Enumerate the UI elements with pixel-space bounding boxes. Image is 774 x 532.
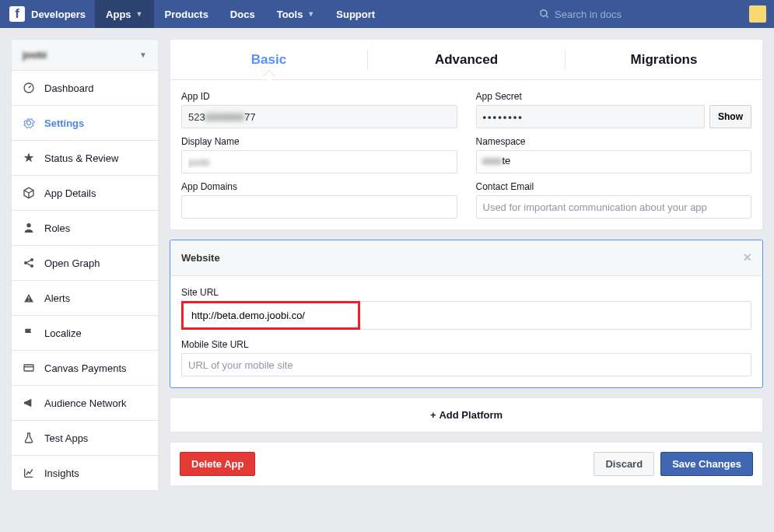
discard-button[interactable]: Discard [594, 452, 654, 476]
tab-migrations[interactable]: Migrations [566, 40, 762, 79]
sidebar-item-audience-network[interactable]: Audience Network [12, 386, 158, 421]
app-domains-label: App Domains [181, 181, 457, 192]
sidebar-item-label: Canvas Payments [44, 362, 127, 374]
svg-line-9 [26, 264, 30, 266]
mobile-site-url-label: Mobile Site URL [181, 339, 751, 350]
megaphone-icon [23, 397, 35, 409]
warning-icon [23, 292, 35, 304]
app-selector[interactable]: joobi ▼ [12, 40, 158, 71]
field-app-secret: App Secret •••••••• Show [476, 91, 752, 128]
flask-icon [23, 432, 35, 444]
sidebar-item-label: Localize [44, 327, 82, 339]
app-id-value: 523000000077 [181, 105, 457, 128]
namespace-label: Namespace [476, 136, 752, 147]
search-input[interactable] [555, 9, 710, 20]
field-namespace: Namespace xxxxte [476, 136, 752, 173]
plus-icon: + [430, 409, 436, 421]
top-nav: f Developers Apps ▼ Products Docs Tools … [0, 0, 774, 28]
field-app-domains: App Domains [181, 181, 457, 219]
chart-icon [23, 467, 35, 479]
display-name-input[interactable] [181, 150, 457, 173]
sidebar-item-label: Roles [44, 222, 70, 234]
sidebar-item-test-apps[interactable]: Test Apps [12, 421, 158, 456]
app-secret-label: App Secret [476, 91, 752, 102]
chevron-down-icon: ▼ [136, 10, 143, 18]
website-platform-card: Website × Site URL Mobile Site URL [170, 240, 763, 388]
show-secret-button[interactable]: Show [709, 105, 751, 128]
brand-label: Developers [31, 9, 86, 20]
close-icon[interactable]: × [743, 250, 751, 266]
basic-settings-card: Basic Advanced Migrations App ID 5230000… [170, 39, 763, 230]
footer-actions: Delete App Discard Save Changes [170, 442, 763, 486]
field-app-id: App ID 523000000077 [181, 91, 457, 128]
save-changes-button[interactable]: Save Changes [660, 452, 753, 476]
person-icon [23, 222, 35, 234]
sidebar-item-canvas-payments[interactable]: Canvas Payments [12, 351, 158, 386]
sidebar-item-localize[interactable]: Localize [12, 316, 158, 351]
facebook-logo-icon: f [9, 6, 25, 22]
sidebar-item-roles[interactable]: Roles [12, 211, 158, 246]
sidebar-item-label: Status & Review [44, 152, 118, 164]
brand[interactable]: f Developers [0, 0, 95, 28]
sidebar-item-app-details[interactable]: App Details [12, 176, 158, 211]
sidebar-item-alerts[interactable]: Alerts [12, 281, 158, 316]
nav-tools[interactable]: Tools ▼ [266, 0, 326, 28]
sidebar-item-label: Dashboard [44, 82, 94, 94]
flag-icon [23, 327, 35, 339]
svg-rect-10 [24, 365, 33, 371]
svg-line-3 [29, 86, 31, 88]
app-domains-input[interactable] [181, 195, 457, 219]
sidebar-item-label: Alerts [44, 292, 70, 304]
search-box[interactable] [531, 0, 741, 28]
tab-basic[interactable]: Basic [170, 40, 367, 79]
site-url-input[interactable] [185, 305, 356, 326]
delete-app-button[interactable]: Delete App [180, 452, 255, 476]
speedometer-icon [23, 82, 35, 94]
nav-docs[interactable]: Docs [219, 0, 266, 28]
site-url-field [181, 301, 751, 330]
display-name-label: Display Name [181, 136, 457, 147]
sidebar-item-label: Audience Network [44, 397, 127, 409]
sidebar-item-label: Open Graph [44, 257, 100, 269]
card-icon [23, 362, 35, 374]
tab-advanced[interactable]: Advanced [368, 40, 565, 79]
nav-apps[interactable]: Apps ▼ [95, 0, 153, 28]
star-icon [23, 152, 35, 164]
cube-icon [23, 187, 35, 199]
namespace-input[interactable] [476, 150, 752, 173]
settings-tabs: Basic Advanced Migrations [170, 40, 762, 80]
field-contact-email: Contact Email [476, 181, 752, 219]
app-id-label: App ID [181, 91, 457, 102]
svg-line-1 [546, 16, 548, 18]
field-display-name: Display Name [181, 136, 457, 173]
chevron-down-icon: ▼ [139, 51, 147, 59]
chevron-down-icon: ▼ [307, 10, 314, 18]
sidebar-item-label: Settings [44, 117, 84, 129]
sidebar-item-settings[interactable]: Settings [12, 106, 158, 141]
svg-point-0 [541, 10, 547, 16]
sidebar-item-insights[interactable]: Insights [12, 456, 158, 490]
sidebar-item-open-graph[interactable]: Open Graph [12, 246, 158, 281]
site-url-label: Site URL [181, 287, 751, 298]
contact-email-input[interactable] [476, 195, 752, 219]
search-icon [539, 9, 550, 19]
nav-products[interactable]: Products [154, 0, 219, 28]
website-title: Website [181, 252, 220, 264]
sidebar-item-status-review[interactable]: Status & Review [12, 141, 158, 176]
add-platform-button[interactable]: +Add Platform [170, 397, 763, 432]
app-secret-value: •••••••• [476, 105, 706, 128]
sidebar-item-label: Insights [44, 467, 79, 479]
sidebar-item-label: Test Apps [44, 432, 88, 444]
mobile-site-url-input[interactable] [181, 353, 751, 376]
main-content: Basic Advanced Migrations App ID 5230000… [170, 39, 763, 495]
share-icon [23, 257, 35, 269]
contact-email-label: Contact Email [476, 181, 752, 192]
site-url-highlight [181, 301, 360, 330]
avatar[interactable] [749, 5, 766, 23]
sidebar: joobi ▼ Dashboard Settings Status & [11, 39, 159, 495]
gear-icon [23, 117, 35, 129]
sidebar-item-label: App Details [44, 187, 96, 199]
nav-support[interactable]: Support [325, 0, 386, 28]
svg-point-4 [26, 223, 30, 227]
sidebar-item-dashboard[interactable]: Dashboard [12, 71, 158, 106]
